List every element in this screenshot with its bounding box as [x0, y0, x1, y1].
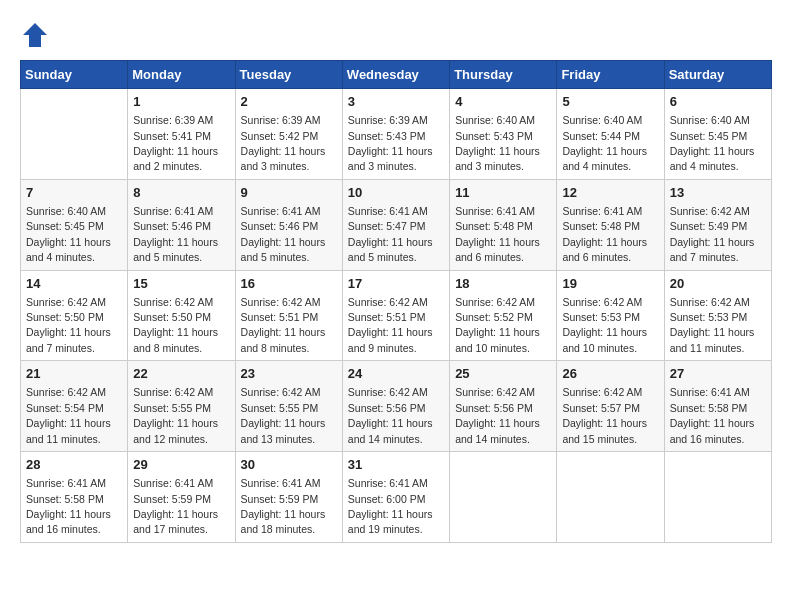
day-number: 19 [562, 275, 658, 293]
day-info: Sunrise: 6:42 AMSunset: 5:51 PMDaylight:… [348, 296, 433, 354]
day-number: 3 [348, 93, 444, 111]
calendar-cell: 27Sunrise: 6:41 AMSunset: 5:58 PMDayligh… [664, 361, 771, 452]
day-info: Sunrise: 6:42 AMSunset: 5:56 PMDaylight:… [348, 386, 433, 444]
day-number: 15 [133, 275, 229, 293]
day-info: Sunrise: 6:39 AMSunset: 5:43 PMDaylight:… [348, 114, 433, 172]
calendar-cell: 15Sunrise: 6:42 AMSunset: 5:50 PMDayligh… [128, 270, 235, 361]
day-info: Sunrise: 6:41 AMSunset: 5:48 PMDaylight:… [562, 205, 647, 263]
calendar-table: SundayMondayTuesdayWednesdayThursdayFrid… [20, 60, 772, 543]
calendar-week-row: 14Sunrise: 6:42 AMSunset: 5:50 PMDayligh… [21, 270, 772, 361]
calendar-cell: 23Sunrise: 6:42 AMSunset: 5:55 PMDayligh… [235, 361, 342, 452]
day-info: Sunrise: 6:41 AMSunset: 5:47 PMDaylight:… [348, 205, 433, 263]
day-info: Sunrise: 6:41 AMSunset: 5:46 PMDaylight:… [133, 205, 218, 263]
day-number: 27 [670, 365, 766, 383]
day-info: Sunrise: 6:40 AMSunset: 5:44 PMDaylight:… [562, 114, 647, 172]
calendar-cell: 4Sunrise: 6:40 AMSunset: 5:43 PMDaylight… [450, 89, 557, 180]
header-friday: Friday [557, 61, 664, 89]
day-info: Sunrise: 6:40 AMSunset: 5:43 PMDaylight:… [455, 114, 540, 172]
day-number: 12 [562, 184, 658, 202]
day-info: Sunrise: 6:42 AMSunset: 5:57 PMDaylight:… [562, 386, 647, 444]
day-info: Sunrise: 6:41 AMSunset: 5:46 PMDaylight:… [241, 205, 326, 263]
header-thursday: Thursday [450, 61, 557, 89]
calendar-week-row: 7Sunrise: 6:40 AMSunset: 5:45 PMDaylight… [21, 179, 772, 270]
day-info: Sunrise: 6:42 AMSunset: 5:52 PMDaylight:… [455, 296, 540, 354]
day-number: 28 [26, 456, 122, 474]
day-info: Sunrise: 6:40 AMSunset: 5:45 PMDaylight:… [26, 205, 111, 263]
day-info: Sunrise: 6:42 AMSunset: 5:53 PMDaylight:… [562, 296, 647, 354]
calendar-header-row: SundayMondayTuesdayWednesdayThursdayFrid… [21, 61, 772, 89]
calendar-cell: 19Sunrise: 6:42 AMSunset: 5:53 PMDayligh… [557, 270, 664, 361]
header-sunday: Sunday [21, 61, 128, 89]
day-info: Sunrise: 6:42 AMSunset: 5:55 PMDaylight:… [241, 386, 326, 444]
calendar-cell [21, 89, 128, 180]
calendar-cell: 7Sunrise: 6:40 AMSunset: 5:45 PMDaylight… [21, 179, 128, 270]
calendar-cell [557, 452, 664, 543]
day-number: 13 [670, 184, 766, 202]
day-number: 23 [241, 365, 337, 383]
day-info: Sunrise: 6:39 AMSunset: 5:42 PMDaylight:… [241, 114, 326, 172]
day-number: 8 [133, 184, 229, 202]
calendar-cell: 18Sunrise: 6:42 AMSunset: 5:52 PMDayligh… [450, 270, 557, 361]
calendar-cell: 25Sunrise: 6:42 AMSunset: 5:56 PMDayligh… [450, 361, 557, 452]
day-number: 24 [348, 365, 444, 383]
day-number: 18 [455, 275, 551, 293]
page-header [20, 20, 772, 50]
day-number: 17 [348, 275, 444, 293]
day-number: 2 [241, 93, 337, 111]
day-number: 31 [348, 456, 444, 474]
day-info: Sunrise: 6:42 AMSunset: 5:49 PMDaylight:… [670, 205, 755, 263]
day-info: Sunrise: 6:41 AMSunset: 5:58 PMDaylight:… [670, 386, 755, 444]
header-wednesday: Wednesday [342, 61, 449, 89]
day-info: Sunrise: 6:42 AMSunset: 5:55 PMDaylight:… [133, 386, 218, 444]
day-info: Sunrise: 6:42 AMSunset: 5:53 PMDaylight:… [670, 296, 755, 354]
day-number: 4 [455, 93, 551, 111]
calendar-week-row: 28Sunrise: 6:41 AMSunset: 5:58 PMDayligh… [21, 452, 772, 543]
calendar-cell: 20Sunrise: 6:42 AMSunset: 5:53 PMDayligh… [664, 270, 771, 361]
calendar-cell: 9Sunrise: 6:41 AMSunset: 5:46 PMDaylight… [235, 179, 342, 270]
day-info: Sunrise: 6:42 AMSunset: 5:51 PMDaylight:… [241, 296, 326, 354]
calendar-cell: 28Sunrise: 6:41 AMSunset: 5:58 PMDayligh… [21, 452, 128, 543]
calendar-cell [450, 452, 557, 543]
day-number: 16 [241, 275, 337, 293]
day-number: 26 [562, 365, 658, 383]
calendar-cell: 3Sunrise: 6:39 AMSunset: 5:43 PMDaylight… [342, 89, 449, 180]
calendar-cell: 2Sunrise: 6:39 AMSunset: 5:42 PMDaylight… [235, 89, 342, 180]
day-number: 1 [133, 93, 229, 111]
day-number: 5 [562, 93, 658, 111]
day-number: 25 [455, 365, 551, 383]
day-info: Sunrise: 6:42 AMSunset: 5:56 PMDaylight:… [455, 386, 540, 444]
logo [20, 20, 54, 50]
day-info: Sunrise: 6:42 AMSunset: 5:54 PMDaylight:… [26, 386, 111, 444]
calendar-cell: 12Sunrise: 6:41 AMSunset: 5:48 PMDayligh… [557, 179, 664, 270]
svg-marker-0 [23, 23, 47, 47]
day-info: Sunrise: 6:41 AMSunset: 6:00 PMDaylight:… [348, 477, 433, 535]
day-number: 21 [26, 365, 122, 383]
day-number: 20 [670, 275, 766, 293]
header-tuesday: Tuesday [235, 61, 342, 89]
calendar-cell: 21Sunrise: 6:42 AMSunset: 5:54 PMDayligh… [21, 361, 128, 452]
day-number: 10 [348, 184, 444, 202]
calendar-cell: 16Sunrise: 6:42 AMSunset: 5:51 PMDayligh… [235, 270, 342, 361]
day-info: Sunrise: 6:39 AMSunset: 5:41 PMDaylight:… [133, 114, 218, 172]
day-number: 11 [455, 184, 551, 202]
calendar-cell: 30Sunrise: 6:41 AMSunset: 5:59 PMDayligh… [235, 452, 342, 543]
calendar-cell: 10Sunrise: 6:41 AMSunset: 5:47 PMDayligh… [342, 179, 449, 270]
logo-icon [20, 20, 50, 50]
calendar-week-row: 21Sunrise: 6:42 AMSunset: 5:54 PMDayligh… [21, 361, 772, 452]
day-number: 7 [26, 184, 122, 202]
day-number: 14 [26, 275, 122, 293]
day-info: Sunrise: 6:42 AMSunset: 5:50 PMDaylight:… [26, 296, 111, 354]
day-info: Sunrise: 6:41 AMSunset: 5:48 PMDaylight:… [455, 205, 540, 263]
calendar-cell: 31Sunrise: 6:41 AMSunset: 6:00 PMDayligh… [342, 452, 449, 543]
day-info: Sunrise: 6:40 AMSunset: 5:45 PMDaylight:… [670, 114, 755, 172]
header-monday: Monday [128, 61, 235, 89]
calendar-cell: 8Sunrise: 6:41 AMSunset: 5:46 PMDaylight… [128, 179, 235, 270]
header-saturday: Saturday [664, 61, 771, 89]
calendar-week-row: 1Sunrise: 6:39 AMSunset: 5:41 PMDaylight… [21, 89, 772, 180]
day-info: Sunrise: 6:42 AMSunset: 5:50 PMDaylight:… [133, 296, 218, 354]
calendar-cell: 24Sunrise: 6:42 AMSunset: 5:56 PMDayligh… [342, 361, 449, 452]
day-number: 9 [241, 184, 337, 202]
calendar-cell: 1Sunrise: 6:39 AMSunset: 5:41 PMDaylight… [128, 89, 235, 180]
day-number: 30 [241, 456, 337, 474]
day-number: 6 [670, 93, 766, 111]
